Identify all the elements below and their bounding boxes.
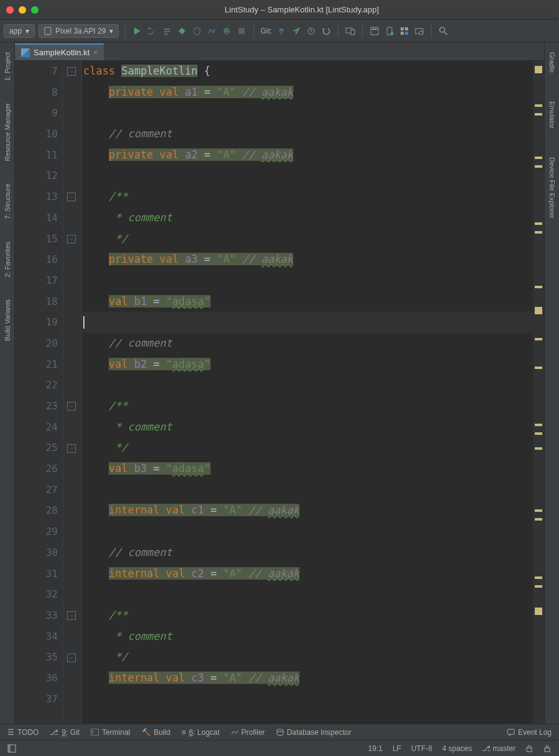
tool-device-file-explorer[interactable]: Device File Explorer xyxy=(547,152,557,223)
code-editor[interactable]: class SampleKotlin { private val a1 = "A… xyxy=(82,61,533,724)
indent-setting[interactable]: 4 spaces xyxy=(442,744,472,753)
code-line[interactable] xyxy=(83,375,533,396)
git-history-icon[interactable] xyxy=(306,25,317,37)
line-number[interactable]: 22 xyxy=(15,375,58,396)
minimize-icon[interactable] xyxy=(19,6,26,14)
code-line[interactable]: */ xyxy=(83,647,533,668)
code-line[interactable]: val b2 = "adasa" xyxy=(83,354,533,375)
fold-gutter[interactable]: −−−−−−− xyxy=(63,61,82,724)
error-stripe[interactable] xyxy=(533,61,544,724)
line-number[interactable]: 32 xyxy=(15,584,58,605)
profiler-tool[interactable]: Profiler xyxy=(231,728,265,737)
tool-favorites[interactable]: 2: Favorites xyxy=(2,237,12,282)
lock-icon[interactable] xyxy=(525,745,533,752)
code-line[interactable]: /** xyxy=(83,396,533,417)
code-line[interactable] xyxy=(83,270,533,291)
run-icon[interactable] xyxy=(132,25,143,37)
device-manager-icon[interactable] xyxy=(384,25,395,37)
code-line[interactable]: internal val c1 = "A" // aakak xyxy=(83,500,533,521)
code-line[interactable] xyxy=(83,480,533,501)
code-line[interactable] xyxy=(83,689,533,710)
file-encoding[interactable]: UTF-8 xyxy=(411,744,432,753)
fold-toggle-icon[interactable]: − xyxy=(67,193,76,201)
apply-code-changes-icon[interactable] xyxy=(161,25,173,37)
tab-samplekotlin[interactable]: SampleKotlin.kt × xyxy=(15,43,104,60)
line-number[interactable]: 7 xyxy=(15,61,58,82)
fold-toggle-icon[interactable]: − xyxy=(67,235,76,244)
tool-resource-manager[interactable]: Resource Manager xyxy=(2,98,12,166)
avd-manager-icon[interactable] xyxy=(345,25,356,37)
git-branch[interactable]: ⎇ master xyxy=(482,744,516,753)
todo-tool[interactable]: ☰TODO xyxy=(7,728,39,737)
line-number[interactable]: 25 xyxy=(15,437,58,458)
event-log-tool[interactable]: Event Log xyxy=(507,728,552,737)
fold-toggle-icon[interactable]: − xyxy=(67,402,76,411)
code-line[interactable]: private val a2 = "A" // aakak xyxy=(83,145,533,166)
code-line[interactable]: // comment xyxy=(83,333,533,354)
logcat-tool[interactable]: ≡6: Logcat xyxy=(181,728,219,737)
stop-icon[interactable] xyxy=(236,25,247,37)
caret-position[interactable]: 19:1 xyxy=(368,744,383,753)
fold-toggle-icon[interactable]: − xyxy=(67,611,76,620)
line-number[interactable]: 13 xyxy=(15,186,58,207)
coverage-icon[interactable] xyxy=(191,25,202,37)
tool-project[interactable]: 1: Project xyxy=(2,47,12,86)
line-number[interactable]: 35 xyxy=(15,647,58,668)
code-line[interactable]: // comment xyxy=(83,542,533,563)
code-line[interactable] xyxy=(83,102,533,124)
line-number[interactable]: 15 xyxy=(15,229,58,250)
code-line[interactable]: // comment xyxy=(83,124,533,145)
device-selector[interactable]: Pixel 3a API 29 ▾ xyxy=(39,24,119,38)
line-number[interactable]: 8 xyxy=(15,82,58,103)
line-gutter[interactable]: 7891011121314151617181920212223242526272… xyxy=(15,61,63,724)
git-tool[interactable]: ⎇9: Git xyxy=(50,728,80,737)
attach-debugger-icon[interactable] xyxy=(221,25,232,37)
code-line[interactable] xyxy=(83,312,533,333)
line-number[interactable]: 23 xyxy=(15,396,58,417)
close-icon[interactable] xyxy=(6,6,14,14)
line-number[interactable]: 36 xyxy=(15,668,58,689)
code-line[interactable]: private val a1 = "A" // aakak xyxy=(83,82,533,103)
debug-icon[interactable] xyxy=(176,25,188,37)
code-line[interactable] xyxy=(83,584,533,605)
tool-windows-icon[interactable] xyxy=(7,744,16,753)
git-rollback-icon[interactable] xyxy=(320,25,332,37)
code-line[interactable]: class SampleKotlin { xyxy=(83,61,533,82)
code-line[interactable]: internal val c2 = "A" // aakak xyxy=(83,563,533,585)
code-line[interactable]: * comment xyxy=(83,417,533,438)
code-line[interactable]: /** xyxy=(83,605,533,626)
line-number[interactable]: 37 xyxy=(15,689,58,710)
resource-manager-icon[interactable] xyxy=(399,25,410,37)
line-number[interactable]: 34 xyxy=(15,626,58,647)
code-line[interactable]: */ xyxy=(83,437,533,458)
fold-toggle-icon[interactable]: − xyxy=(67,67,76,76)
line-number[interactable]: 10 xyxy=(15,124,58,145)
sdk-manager-icon[interactable] xyxy=(369,25,380,37)
fold-toggle-icon[interactable]: − xyxy=(67,444,76,453)
line-number[interactable]: 31 xyxy=(15,563,58,585)
line-number[interactable]: 12 xyxy=(15,165,58,186)
tool-emulator[interactable]: Emulator xyxy=(547,96,557,134)
code-line[interactable]: private val a3 = "A" // aakak xyxy=(83,249,533,270)
line-number[interactable]: 28 xyxy=(15,500,58,521)
apply-changes-icon[interactable] xyxy=(147,25,158,37)
line-separator[interactable]: LF xyxy=(393,744,401,753)
git-update-icon[interactable] xyxy=(276,25,287,37)
code-line[interactable]: * comment xyxy=(83,626,533,647)
line-number[interactable]: 20 xyxy=(15,333,58,354)
code-line[interactable]: /** xyxy=(83,186,533,207)
database-inspector-tool[interactable]: Database Inspector xyxy=(276,728,352,737)
line-number[interactable]: 9 xyxy=(15,102,58,124)
code-line[interactable]: val b1 = "adasa" xyxy=(83,291,533,312)
line-number[interactable]: 14 xyxy=(15,207,58,229)
line-number[interactable]: 18 xyxy=(15,291,58,312)
module-selector[interactable]: app ▾ xyxy=(4,24,35,38)
terminal-tool[interactable]: Terminal xyxy=(91,728,130,737)
git-commit-icon[interactable] xyxy=(291,25,302,37)
tool-gradle[interactable]: Gradle xyxy=(547,47,557,78)
line-number[interactable]: 26 xyxy=(15,458,58,480)
line-number[interactable]: 17 xyxy=(15,270,58,291)
line-number[interactable]: 33 xyxy=(15,605,58,626)
maximize-icon[interactable] xyxy=(31,6,39,14)
close-icon[interactable]: × xyxy=(93,48,98,57)
